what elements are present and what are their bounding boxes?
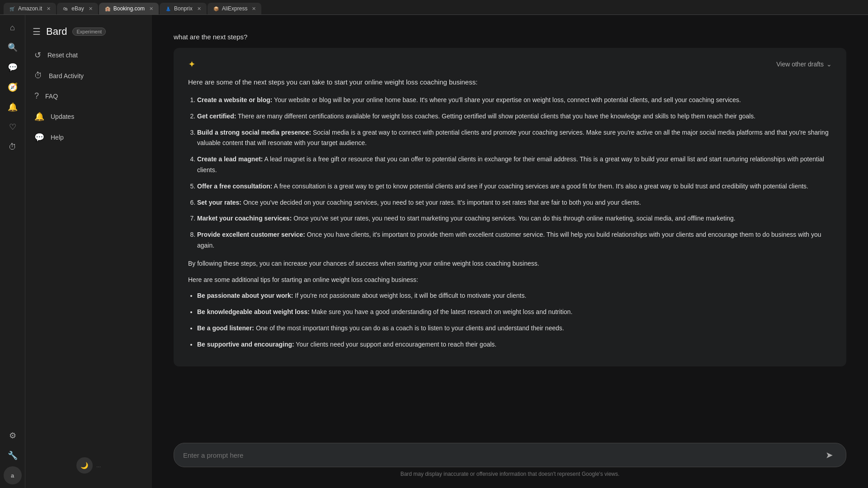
paragraph1: By following these steps, you can increa… <box>188 258 832 269</box>
tab-ebay[interactable]: 🛍 eBay ✕ <box>57 3 98 14</box>
list-item: Be knowledgeable about weight loss: Make… <box>197 307 832 318</box>
chevron-down-icon: ⌄ <box>826 61 832 68</box>
main-sidebar: ☰ Bard Experiment ↺ Reset chat ⏱ Bard Ac… <box>25 15 152 488</box>
response-intro: Here are some of the next steps you can … <box>188 77 832 88</box>
booking-favicon: 🏨 <box>104 5 111 12</box>
list-item: Provide excellent customer service: Once… <box>197 230 832 251</box>
prompt-input[interactable] <box>183 451 822 459</box>
reset-chat-icon: ↺ <box>34 50 41 60</box>
chat-container[interactable]: what are the next steps? ✦ View other dr… <box>152 15 868 436</box>
tab-booking-close[interactable]: ✕ <box>149 6 153 12</box>
sidebar-item-updates[interactable]: 🔔 Updates <box>25 106 146 127</box>
tab-bonprix[interactable]: 👗 Bonprix ✕ <box>160 3 207 14</box>
sidebar-header: ☰ Bard Experiment <box>25 22 152 45</box>
sidebar-item-help[interactable]: 💬 Help <box>25 127 146 148</box>
sidebar-settings-btn[interactable]: ⚙ <box>4 427 22 445</box>
help-icon: 💬 <box>34 132 44 142</box>
list-item: Offer a free consultation: A free consul… <box>197 181 832 192</box>
tab-bar: 🛒 Amazon.it ✕ 🛍 eBay ✕ 🏨 Booking.com ✕ 👗… <box>0 0 868 14</box>
list-item: Create a website or blog: Your website o… <box>197 95 832 106</box>
chat-question: what are the next steps? <box>152 26 868 48</box>
list-item: Be a good listener: One of the most impo… <box>197 323 832 334</box>
sidebar-faq-label: FAQ <box>45 93 58 100</box>
bonprix-favicon: 👗 <box>165 5 171 12</box>
app-container: ⌂ 🔍 💬 🧭 🔔 ♡ ⏱ ⚙ 🔧 a ☰ Bard Experiment ↺ … <box>0 15 868 488</box>
numbered-list: Create a website or blog: Your website o… <box>188 95 832 251</box>
sidebar-home-btn[interactable]: ⌂ <box>4 19 22 37</box>
sidebar-item-bard-activity[interactable]: ⏱ Bard Activity <box>25 66 146 86</box>
list-item: Set your rates: Once you've decided on y… <box>197 197 832 208</box>
sidebar-updates-label: Updates <box>51 113 74 120</box>
input-wrapper: ➤ <box>174 443 846 467</box>
tab-bonprix-close[interactable]: ✕ <box>197 6 201 12</box>
tab-bonprix-label: Bonprix <box>174 5 193 12</box>
ebay-favicon: 🛍 <box>62 5 69 12</box>
sidebar-item-reset-chat[interactable]: ↺ Reset chat <box>25 45 146 66</box>
content-area: what are the next steps? ✦ View other dr… <box>152 15 868 488</box>
sidebar-item-faq[interactable]: ? FAQ <box>25 86 146 106</box>
disclaimer-text: Bard may display inaccurate or offensive… <box>174 467 846 484</box>
list-item: Create a lead magnet: A lead magnet is a… <box>197 154 832 176</box>
tab-amazon-label: Amazon.it <box>18 5 42 12</box>
input-area: ➤ Bard may display inaccurate or offensi… <box>152 436 868 488</box>
sidebar-heart-btn[interactable]: ♡ <box>4 118 22 136</box>
view-drafts-btn[interactable]: View other drafts ⌄ <box>776 61 832 68</box>
sidebar-activity-label: Bard Activity <box>49 72 84 80</box>
bard-star-icon: ✦ <box>188 59 196 70</box>
bard-activity-icon: ⏱ <box>34 71 42 80</box>
sidebar-search-btn[interactable]: 🔍 <box>4 38 22 56</box>
sidebar-reset-label: Reset chat <box>47 52 78 59</box>
tab-ebay-close[interactable]: ✕ <box>89 6 93 12</box>
aliexpress-favicon: 📦 <box>213 5 219 12</box>
bard-logo: Bard <box>46 26 67 38</box>
list-item: Market your coaching services: Once you'… <box>197 213 832 224</box>
tab-booking-label: Booking.com <box>113 5 145 12</box>
response-content: Create a website or blog: Your website o… <box>188 95 832 350</box>
icon-sidebar: ⌂ 🔍 💬 🧭 🔔 ♡ ⏱ ⚙ 🔧 a <box>0 15 25 488</box>
list-item: Build a strong social media presence: So… <box>197 127 832 149</box>
experiment-badge: Experiment <box>72 28 106 36</box>
hamburger-menu[interactable]: ☰ <box>33 26 41 37</box>
sidebar-extensions-btn[interactable]: 🔧 <box>4 446 22 465</box>
sidebar-help-label: Help <box>51 134 64 141</box>
dark-mode-toggle[interactable]: 🌙 <box>76 457 93 474</box>
tab-ebay-label: eBay <box>71 5 84 12</box>
sidebar-explore-btn[interactable]: 🧭 <box>4 78 22 96</box>
tab-amazon[interactable]: 🛒 Amazon.it ✕ <box>4 3 56 14</box>
sidebar-more-label: ... <box>96 462 101 469</box>
send-button[interactable]: ➤ <box>822 450 837 460</box>
bullet-list: Be passionate about your work: If you're… <box>188 291 832 350</box>
view-drafts-label: View other drafts <box>776 61 824 68</box>
paragraph2: Here are some additional tips for starti… <box>188 275 832 286</box>
response-header: ✦ View other drafts ⌄ <box>188 59 832 70</box>
tab-booking[interactable]: 🏨 Booking.com ✕ <box>99 3 159 14</box>
tab-aliexpress-label: AliExpress <box>222 5 248 12</box>
list-item: Get certified: There are many different … <box>197 111 832 122</box>
sidebar-notify-btn[interactable]: 🔔 <box>4 98 22 116</box>
response-card: ✦ View other drafts ⌄ Here are some of t… <box>174 48 846 366</box>
sidebar-account-avatar[interactable]: a <box>4 466 22 484</box>
browser-chrome: 🛒 Amazon.it ✕ 🛍 eBay ✕ 🏨 Booking.com ✕ 👗… <box>0 0 868 15</box>
updates-icon: 🔔 <box>34 112 44 122</box>
tab-aliexpress-close[interactable]: ✕ <box>252 6 256 12</box>
list-item: Be supportive and encouraging: Your clie… <box>197 339 832 350</box>
tab-amazon-close[interactable]: ✕ <box>47 6 51 12</box>
list-item: Be passionate about your work: If you're… <box>197 291 832 301</box>
sidebar-chat-btn[interactable]: 💬 <box>4 58 22 76</box>
tab-aliexpress[interactable]: 📦 AliExpress ✕ <box>208 3 262 14</box>
sidebar-timer-btn[interactable]: ⏱ <box>4 138 22 156</box>
faq-icon: ? <box>34 91 39 101</box>
amazon-favicon: 🛒 <box>9 5 15 12</box>
